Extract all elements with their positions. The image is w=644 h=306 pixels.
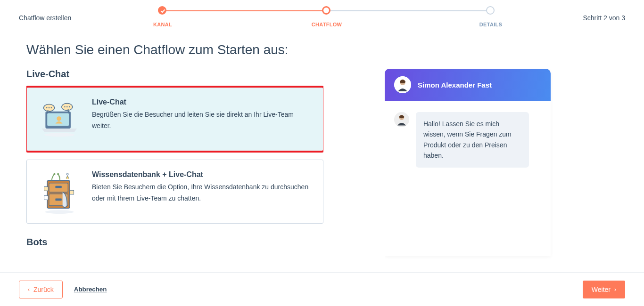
chevron-left-icon: ‹	[28, 286, 30, 293]
svg-point-12	[69, 106, 70, 107]
svg-point-11	[66, 106, 67, 107]
svg-point-9	[51, 107, 52, 108]
section-heading-bots: Bots	[26, 237, 323, 248]
chat-agent-name: Simon Alexander Fast	[418, 81, 492, 89]
step-label-chatflow: CHATFLOW	[312, 22, 342, 27]
avatar-small-icon	[394, 112, 409, 127]
section-heading-live-chat: Live-Chat	[26, 69, 323, 80]
svg-rect-18	[55, 198, 61, 201]
chat-message-bubble: Hallo! Lassen Sie es mich wissen, wenn S…	[416, 112, 529, 168]
cancel-button[interactable]: Abbrechen	[74, 286, 107, 293]
svg-rect-19	[44, 187, 49, 191]
svg-point-8	[49, 107, 50, 108]
svg-point-23	[57, 173, 59, 175]
stepper-line-2	[328, 10, 488, 11]
next-button[interactable]: Weiter ›	[583, 281, 625, 298]
back-button-label: Zurück	[33, 286, 54, 293]
svg-point-10	[64, 106, 65, 107]
avatar-icon	[394, 76, 411, 93]
two-column-layout: Live-Chat	[26, 69, 644, 259]
svg-point-13	[45, 210, 74, 214]
wizard-footer: ‹ Zurück Abbrechen Weiter ›	[0, 272, 644, 306]
svg-point-3	[44, 133, 75, 137]
option-desc-kb-live-chat: Bieten Sie Besuchern die Option, Ihre Wi…	[92, 182, 311, 204]
svg-point-24	[66, 173, 68, 175]
svg-point-4	[57, 116, 61, 121]
step-indicator: Schritt 2 von 3	[583, 14, 626, 22]
wizard-header: Chatflow erstellen KANAL CHATFLOW DETAIL…	[0, 0, 644, 33]
option-title-kb-live-chat: Wissensdatenbank + Live-Chat	[92, 170, 311, 179]
back-button[interactable]: ‹ Zurück	[19, 281, 63, 298]
step-label-kanal: KANAL	[153, 22, 172, 27]
svg-point-22	[53, 173, 55, 175]
laptop-chat-icon	[39, 98, 80, 140]
svg-point-7	[46, 107, 47, 108]
chat-message-row: Hallo! Lassen Sie es mich wissen, wenn S…	[394, 112, 541, 168]
chatflow-options-list[interactable]: Live-Chat	[26, 69, 323, 259]
svg-rect-21	[70, 190, 74, 194]
wizard-stepper: KANAL CHATFLOW DETAILS	[152, 4, 492, 29]
svg-rect-17	[55, 186, 61, 188]
stepper-line-1	[163, 10, 323, 11]
step-node-details[interactable]	[486, 6, 495, 15]
step-label-details: DETAILS	[479, 22, 502, 27]
svg-rect-20	[44, 196, 49, 200]
page-title: Wählen Sie einen Chatflow zum Starten au…	[26, 42, 644, 57]
option-desc-live-chat: Begrüßen Sie die Besucher und leiten Sie…	[92, 109, 311, 132]
option-card-live-chat[interactable]: Live-Chat Begrüßen Sie die Besucher und …	[26, 87, 323, 151]
option-title-live-chat: Live-Chat	[92, 98, 311, 106]
option-card-kb-live-chat[interactable]: Wissensdatenbank + Live-Chat Bieten Sie …	[26, 160, 323, 224]
step-node-chatflow[interactable]	[322, 6, 330, 15]
option-text-live-chat: Live-Chat Begrüßen Sie die Besucher und …	[92, 98, 311, 140]
filing-cabinet-icon	[39, 170, 80, 213]
chat-preview-panel[interactable]: Simon Alexander Fast Hallo! Lassen	[385, 69, 563, 259]
option-text-kb-live-chat: Wissensdatenbank + Live-Chat Bieten Sie …	[92, 170, 311, 213]
step-node-kanal[interactable]	[158, 6, 166, 15]
chat-preview-header: Simon Alexander Fast	[385, 69, 551, 101]
main-area: Wählen Sie einen Chatflow zum Starten au…	[0, 42, 644, 259]
wizard-title: Chatflow erstellen	[19, 14, 71, 22]
svg-marker-2	[42, 129, 77, 132]
chevron-right-icon: ›	[614, 286, 616, 293]
chat-preview-card: Simon Alexander Fast Hallo! Lassen	[385, 69, 551, 256]
chat-preview-body: Hallo! Lassen Sie es mich wissen, wenn S…	[385, 101, 551, 256]
next-button-label: Weiter	[592, 286, 611, 293]
